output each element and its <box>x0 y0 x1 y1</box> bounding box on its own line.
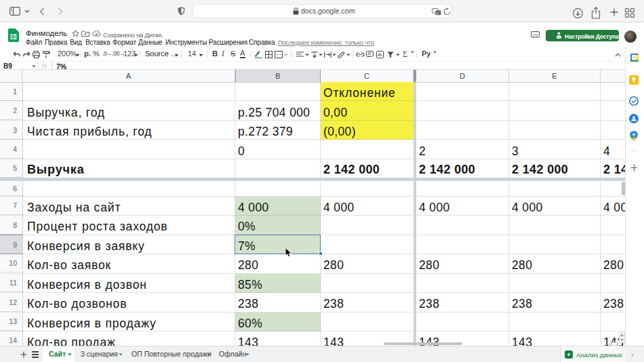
svg-text:x: x <box>437 11 439 15</box>
